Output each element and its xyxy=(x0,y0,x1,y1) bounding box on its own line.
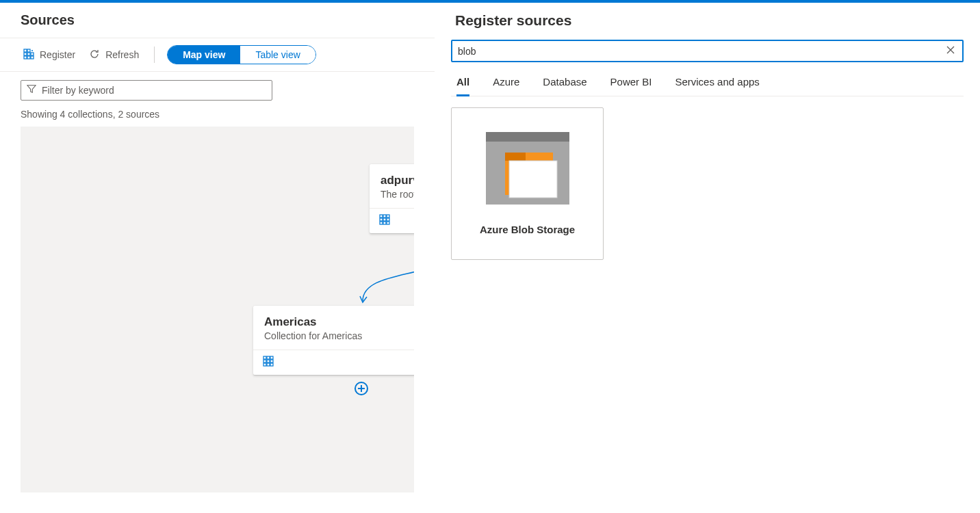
map-node-subtitle: Collection for Americas xyxy=(264,330,414,341)
svg-rect-21 xyxy=(263,360,266,363)
svg-rect-7 xyxy=(27,49,30,52)
svg-rect-31 xyxy=(505,153,526,161)
svg-rect-0 xyxy=(24,53,27,55)
svg-rect-18 xyxy=(263,356,266,359)
tab-database[interactable]: Database xyxy=(543,68,586,96)
map-node-americas[interactable]: Americas Collection for Americas View d xyxy=(253,306,414,375)
grid-icon xyxy=(263,356,274,369)
svg-rect-22 xyxy=(267,360,270,363)
svg-rect-25 xyxy=(267,363,270,366)
svg-rect-29 xyxy=(486,132,569,142)
table-view-button[interactable]: Table view xyxy=(240,46,315,64)
map-node-subtitle: The root c xyxy=(381,189,414,200)
map-view-button[interactable]: Map view xyxy=(168,46,240,64)
svg-rect-23 xyxy=(270,360,273,363)
source-card-label: Azure Blob Storage xyxy=(480,224,575,235)
svg-rect-24 xyxy=(263,363,266,366)
svg-point-8 xyxy=(31,50,33,51)
source-card-blob[interactable]: Azure Blob Storage xyxy=(451,107,604,260)
svg-rect-2 xyxy=(24,56,27,59)
svg-rect-5 xyxy=(31,56,34,59)
add-icon[interactable] xyxy=(354,381,369,396)
search-wrap[interactable] xyxy=(451,40,964,62)
svg-rect-15 xyxy=(380,222,383,224)
svg-rect-4 xyxy=(31,53,34,55)
panel-title: Register sources xyxy=(451,3,964,40)
register-icon xyxy=(23,49,34,62)
svg-rect-26 xyxy=(270,363,273,366)
map-node-root[interactable]: adpurvi The root c xyxy=(370,164,414,233)
tab-services[interactable]: Services and apps xyxy=(675,68,759,96)
refresh-label: Refresh xyxy=(105,49,139,60)
svg-rect-17 xyxy=(387,222,389,224)
svg-rect-1 xyxy=(27,53,30,55)
tab-powerbi[interactable]: Power BI xyxy=(610,68,652,96)
svg-rect-12 xyxy=(380,218,383,221)
svg-rect-16 xyxy=(383,222,386,224)
svg-rect-14 xyxy=(387,218,389,221)
refresh-button[interactable]: Refresh xyxy=(86,46,142,64)
map-node-title: Americas xyxy=(264,315,414,329)
blob-storage-icon xyxy=(486,132,569,205)
filter-input[interactable] xyxy=(42,85,266,96)
svg-rect-13 xyxy=(383,218,386,221)
svg-rect-6 xyxy=(24,49,27,52)
svg-rect-20 xyxy=(270,356,273,359)
toolbar: Register Refresh Map view Table view xyxy=(0,38,435,72)
tabs: All Azure Database Power BI Services and… xyxy=(451,68,964,96)
register-button[interactable]: Register xyxy=(21,46,78,64)
page-title: Sources xyxy=(0,3,435,38)
map-canvas[interactable]: adpurvi The root c xyxy=(21,127,414,492)
register-label: Register xyxy=(40,49,75,60)
clear-search-button[interactable] xyxy=(944,44,957,58)
register-panel: Register sources All Azure Database Powe… xyxy=(435,3,980,513)
svg-rect-3 xyxy=(27,56,30,59)
map-node-title: adpurvi xyxy=(381,174,414,187)
svg-rect-32 xyxy=(509,161,557,198)
filter-input-wrap[interactable] xyxy=(21,80,272,101)
view-toggle: Map view Table view xyxy=(167,45,316,64)
toolbar-divider xyxy=(154,47,155,63)
tab-all[interactable]: All xyxy=(456,68,469,96)
svg-rect-9 xyxy=(380,215,383,218)
svg-rect-10 xyxy=(383,215,386,218)
sources-panel: Sources Register xyxy=(0,3,435,513)
results-grid: Azure Blob Storage xyxy=(451,96,964,271)
grid-icon xyxy=(379,214,390,228)
refresh-icon xyxy=(89,49,100,62)
close-icon xyxy=(946,47,955,57)
filter-icon xyxy=(27,84,36,96)
svg-rect-19 xyxy=(267,356,270,359)
filter-row xyxy=(0,72,435,105)
search-input[interactable] xyxy=(458,44,939,58)
summary-text: Showing 4 collections, 2 sources xyxy=(0,105,435,127)
svg-rect-11 xyxy=(387,215,389,218)
tab-azure[interactable]: Azure xyxy=(493,68,519,96)
connector-line xyxy=(349,246,414,308)
